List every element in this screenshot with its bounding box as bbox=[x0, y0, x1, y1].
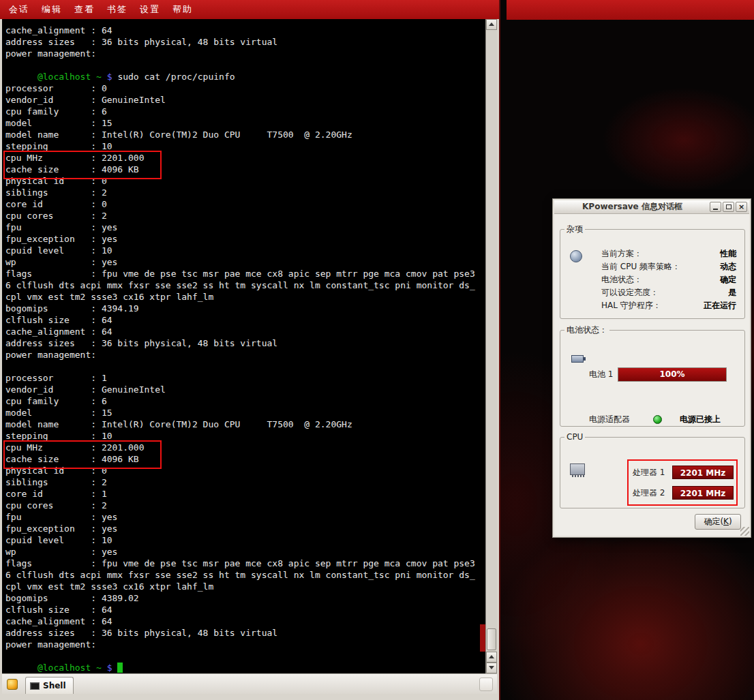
misc-group-title: 杂项 bbox=[564, 224, 585, 235]
menu-help[interactable]: 帮助 bbox=[166, 3, 199, 16]
close-button[interactable]: × bbox=[736, 202, 747, 212]
battery-progress-fill: 100% bbox=[618, 368, 726, 381]
minimize-button[interactable] bbox=[710, 202, 721, 212]
kpowersave-dialog: KPowersave 信息对话框 × 杂项 当前方案： 性能 当前 CPU 频率… bbox=[552, 198, 751, 538]
terminal-line bbox=[5, 650, 485, 662]
terminal-lines[interactable]: cache_alignment : 64address sizes : 36 b… bbox=[2, 19, 485, 673]
misc-group: 杂项 当前方案： 性能 当前 CPU 频率策略： 动态 电池状态： 确定 可以设… bbox=[560, 224, 745, 319]
terminal-line: physical id : 0 bbox=[5, 175, 485, 187]
misc-row: 当前 CPU 频率策略： 动态 bbox=[601, 260, 736, 273]
menu-view[interactable]: 查看 bbox=[68, 3, 101, 16]
misc-row: 可以设定亮度： 是 bbox=[601, 286, 736, 299]
battery-progress-bar: 100% bbox=[618, 367, 727, 382]
scroll-down-button[interactable] bbox=[486, 663, 497, 673]
dialog-titlebar[interactable]: KPowersave 信息对话框 × bbox=[554, 200, 749, 214]
battery-state-value: 确定 bbox=[720, 273, 736, 286]
menu-edit[interactable]: 编辑 bbox=[35, 3, 68, 16]
adapter-row: 电源适配器 电源已接上 bbox=[589, 414, 738, 425]
terminal-line: cpu cores : 2 bbox=[5, 500, 485, 511]
adapter-status: 电源已接上 bbox=[680, 414, 721, 425]
scroll-up-button[interactable] bbox=[486, 19, 497, 30]
terminal-line: cache_alignment : 64 bbox=[5, 25, 485, 36]
new-session-icon bbox=[7, 679, 18, 690]
terminal-line: address sizes : 36 bits physical, 48 bit… bbox=[5, 36, 485, 48]
terminal-line: @localhost ~ $ bbox=[5, 662, 485, 673]
cpu-icon bbox=[570, 463, 585, 475]
processor-2-frequency-bar: 2201 MHz bbox=[672, 486, 734, 500]
processor-2-label: 处理器 2 bbox=[633, 487, 668, 499]
cpu-policy-label: 当前 CPU 频率策略： bbox=[601, 260, 680, 273]
adapter-label: 电源适配器 bbox=[589, 414, 630, 425]
kpowersave-icon bbox=[570, 250, 582, 262]
terminal-line: fpu : yes bbox=[5, 222, 485, 233]
tab-bar: Shell bbox=[2, 673, 497, 694]
battery-1-label: 电池 1 bbox=[589, 369, 616, 380]
battery-group-title: 电池状态： bbox=[564, 324, 609, 336]
terminal-window: 会话 编辑 查看 书签 设置 帮助 cache_alignment : 64ad… bbox=[0, 0, 499, 700]
terminal-line: address sizes : 36 bits physical, 48 bit… bbox=[5, 337, 485, 349]
terminal-line: fpu : yes bbox=[5, 511, 485, 523]
terminal-line: processor : 0 bbox=[5, 82, 485, 94]
terminal-line: cpuid level : 10 bbox=[5, 245, 485, 256]
terminal-line: cpu MHz : 2201.000 bbox=[5, 442, 485, 453]
terminal-line: cache size : 4096 KB bbox=[5, 453, 485, 465]
tab-shell[interactable]: Shell bbox=[25, 677, 74, 694]
close-icon: × bbox=[738, 203, 744, 211]
terminal-line: vendor_id : GenuineIntel bbox=[5, 94, 485, 106]
new-session-button[interactable] bbox=[3, 675, 21, 693]
battery-icon bbox=[571, 355, 584, 363]
terminal-line: cpuid level : 10 bbox=[5, 534, 485, 546]
terminal-line: fpu_exception : yes bbox=[5, 523, 485, 534]
ac-power-status-icon bbox=[653, 415, 662, 424]
terminal-line: cpl vmx est tm2 ssse3 cx16 xtpr lahf_lm bbox=[5, 581, 485, 592]
dialog-title: KPowersave 信息对话框 bbox=[556, 201, 708, 213]
hal-daemon-value: 正在运行 bbox=[704, 299, 736, 312]
maximize-button[interactable] bbox=[723, 202, 734, 212]
resize-grip[interactable] bbox=[740, 527, 749, 536]
ok-button[interactable]: 确定(K) bbox=[695, 514, 741, 530]
battery-state-label: 电池状态： bbox=[601, 273, 642, 286]
terminal-line: siblings : 2 bbox=[5, 476, 485, 488]
brightness-label: 可以设定亮度： bbox=[601, 286, 659, 299]
terminal-line: address sizes : 36 bits physical, 48 bit… bbox=[5, 627, 485, 639]
terminal-line: vendor_id : GenuineIntel bbox=[5, 384, 485, 395]
ok-button-text: 确定( bbox=[704, 517, 723, 526]
terminal-scrollbar[interactable] bbox=[485, 19, 497, 673]
arrow-up-icon bbox=[489, 655, 494, 658]
menu-settings[interactable]: 设置 bbox=[134, 3, 166, 16]
menu-bookmarks[interactable]: 书签 bbox=[101, 3, 134, 16]
processor-row: 处理器 1 2201 MHz bbox=[633, 463, 739, 481]
misc-rows: 当前方案： 性能 当前 CPU 频率策略： 动态 电池状态： 确定 可以设定亮度… bbox=[601, 247, 736, 312]
battery-row: 电池 1 100% bbox=[589, 367, 735, 382]
background-red-bar bbox=[507, 0, 754, 20]
scroll-up-button-2[interactable] bbox=[486, 652, 497, 663]
scheme-value: 性能 bbox=[720, 247, 736, 260]
terminal-line: cpu family : 6 bbox=[5, 395, 485, 407]
terminal-line bbox=[5, 59, 485, 71]
terminal-line: bogomips : 4394.19 bbox=[5, 303, 485, 314]
scheme-label: 当前方案： bbox=[601, 247, 642, 260]
session-list-button[interactable] bbox=[479, 678, 493, 691]
tab-label: Shell bbox=[43, 681, 66, 690]
cpu-group-title: CPU bbox=[564, 432, 585, 442]
terminal-line: cache_alignment : 64 bbox=[5, 615, 485, 627]
scrollbar-thumb[interactable] bbox=[487, 628, 496, 650]
terminal-line: cpl vmx est tm2 ssse3 cx16 xtpr lahf_lm bbox=[5, 291, 485, 303]
shell-terminal-icon bbox=[30, 682, 40, 690]
battery-group: 电池状态： 电池 1 100% 电源适配器 电源已接上 bbox=[560, 324, 745, 427]
terminal-line: wp : yes bbox=[5, 256, 485, 268]
terminal-line: 6 clflush dts acpi mmx fxsr sse sse2 ss … bbox=[5, 569, 485, 581]
terminal-line: cache_alignment : 64 bbox=[5, 326, 485, 337]
hal-daemon-label: HAL 守护程序： bbox=[601, 299, 661, 312]
menu-session[interactable]: 会话 bbox=[3, 3, 35, 16]
terminal-line: processor : 1 bbox=[5, 372, 485, 384]
terminal-line: cache size : 4096 KB bbox=[5, 164, 485, 175]
misc-row: 当前方案： 性能 bbox=[601, 247, 736, 260]
terminal-line: model : 15 bbox=[5, 407, 485, 419]
misc-row: 电池状态： 确定 bbox=[601, 273, 736, 286]
terminal-line: physical id : 0 bbox=[5, 465, 485, 476]
terminal-line: cpu cores : 2 bbox=[5, 210, 485, 222]
terminal-line: flags : fpu vme de pse tsc msr pae mce c… bbox=[5, 558, 485, 569]
terminal-line: siblings : 2 bbox=[5, 187, 485, 198]
brightness-value: 是 bbox=[728, 286, 736, 299]
